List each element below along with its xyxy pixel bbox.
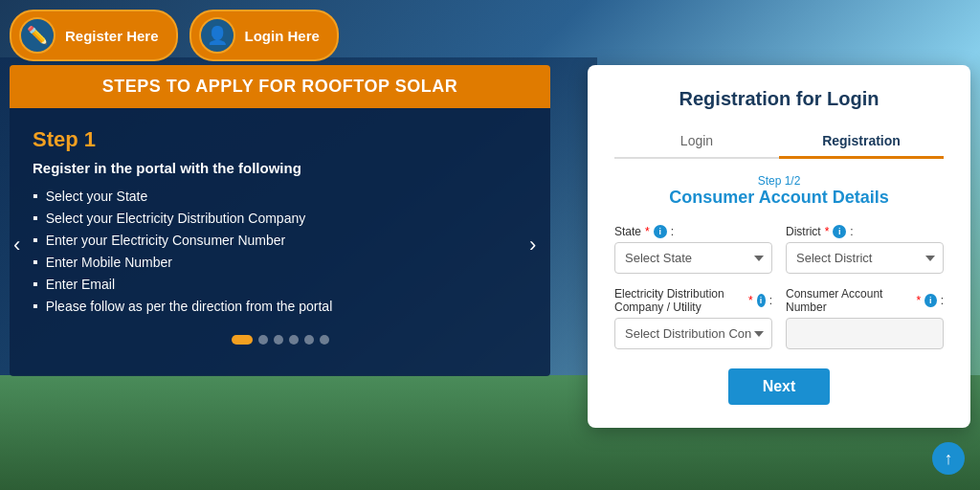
register-icon: ✏️ [19, 17, 56, 54]
tab-registration[interactable]: Registration [779, 125, 944, 159]
carousel-prev-button[interactable]: ‹ [13, 233, 20, 257]
utility-required: * [748, 294, 753, 307]
district-select[interactable]: Select District [786, 242, 944, 274]
header-nav: ✏️ Register Here 👤 Login Here [10, 10, 339, 61]
register-button[interactable]: ✏️ Register Here [10, 10, 178, 61]
account-label: Consumer Account Number * i : [786, 287, 944, 314]
state-district-row: State * i : Select State District * i : … [614, 225, 944, 274]
dot-6 [320, 335, 329, 345]
account-group: Consumer Account Number * i : [786, 287, 944, 349]
list-item: Select your Electricity Distribution Com… [33, 208, 527, 230]
login-icon: 👤 [199, 17, 235, 54]
left-panel: STEPS TO APPLY FOR ROOFTOP SOLAR Step 1 … [10, 65, 550, 480]
dot-2 [258, 335, 268, 345]
utility-select[interactable]: Select Distribution Con [614, 318, 772, 349]
state-info-icon[interactable]: i [654, 225, 667, 238]
steps-content: Step 1 Register in the portal with the f… [10, 108, 550, 376]
next-btn-row: Next [614, 368, 944, 405]
tab-bar: Login Registration [614, 125, 944, 159]
login-label: Login Here [245, 28, 320, 44]
steps-banner: STEPS TO APPLY FOR ROOFTOP SOLAR [10, 65, 550, 108]
state-group: State * i : Select State [614, 225, 772, 274]
list-item: Enter Mobile Number [33, 252, 527, 274]
utility-group: Electricity Distribution Company / Utili… [614, 287, 772, 349]
carousel-dots [33, 335, 527, 345]
list-item: Enter your Electricity Consumer Number [33, 230, 527, 252]
step-indicator: Step 1/2 Consumer Account Details [614, 174, 944, 208]
tab-login[interactable]: Login [614, 125, 779, 159]
utility-label: Electricity Distribution Company / Utili… [614, 287, 772, 314]
utility-account-row: Electricity Distribution Company / Utili… [614, 287, 944, 349]
step-number: Step 1/2 [614, 174, 944, 188]
list-item: Select your State [33, 186, 527, 208]
dot-1 [232, 335, 253, 345]
district-info-icon[interactable]: i [833, 225, 846, 238]
account-info-icon[interactable]: i [924, 294, 937, 307]
carousel-next-button[interactable]: › [529, 233, 536, 257]
district-group: District * i : Select District [786, 225, 944, 274]
district-label: District * i : [786, 225, 944, 238]
dot-4 [289, 335, 299, 345]
step-list: Select your State Select your Electricit… [33, 186, 527, 318]
next-button[interactable]: Next [728, 368, 831, 405]
utility-info-icon[interactable]: i [757, 294, 766, 307]
list-item: Please follow as per the direction from … [33, 296, 527, 318]
state-select[interactable]: Select State [614, 242, 772, 274]
scroll-top-button[interactable]: ↑ [932, 442, 965, 475]
dot-5 [304, 335, 314, 345]
account-required: * [916, 294, 921, 307]
account-input[interactable] [786, 318, 944, 349]
registration-card: Registration for Login Login Registratio… [588, 65, 970, 428]
list-item: Enter Email [33, 274, 527, 296]
login-button[interactable]: 👤 Login Here [189, 10, 339, 61]
state-label: State * i : [614, 225, 772, 238]
card-title: Registration for Login [614, 88, 944, 110]
register-label: Register Here [65, 28, 159, 44]
step-subtitle: Register in the portal with the followin… [33, 160, 527, 176]
step-name: Consumer Account Details [614, 188, 944, 208]
state-required: * [645, 225, 650, 238]
step-title: Step 1 [33, 127, 527, 152]
dot-3 [274, 335, 283, 345]
district-required: * [825, 225, 830, 238]
